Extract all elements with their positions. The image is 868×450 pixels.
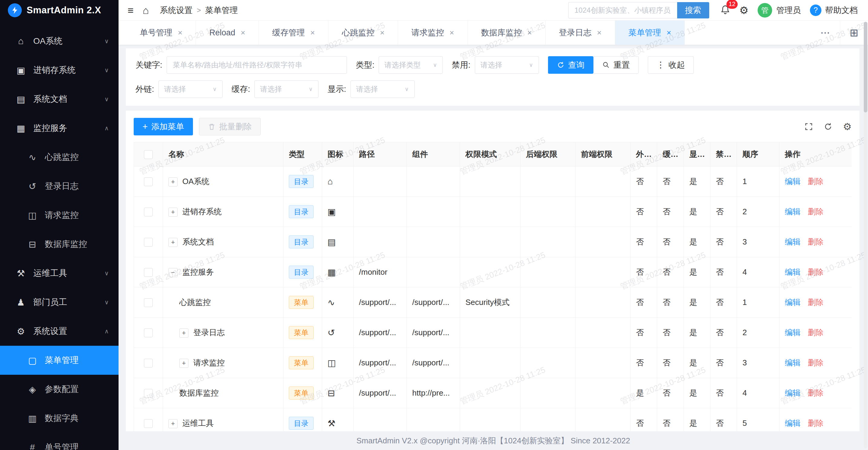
collapse-filters-button[interactable]: ⋮ 收起 bbox=[648, 56, 694, 74]
fullscreen-icon[interactable] bbox=[804, 122, 813, 131]
tab-reload[interactable]: Reload× bbox=[196, 21, 259, 45]
edit-link[interactable]: 编辑 bbox=[785, 237, 801, 246]
row-checkbox[interactable] bbox=[144, 389, 153, 398]
close-icon[interactable]: × bbox=[310, 28, 315, 37]
edit-link[interactable]: 编辑 bbox=[785, 298, 801, 307]
delete-link[interactable]: 删除 bbox=[808, 298, 824, 307]
tab-serial-number[interactable]: 单号管理× bbox=[126, 21, 196, 45]
tab-cache-manage[interactable]: 缓存管理× bbox=[259, 21, 329, 45]
sidebar-item-system-docs[interactable]: ▤系统文档∨ bbox=[0, 85, 119, 114]
delete-link[interactable]: 删除 bbox=[808, 358, 824, 367]
add-menu-button[interactable]: + 添加菜单 bbox=[134, 118, 193, 135]
delete-link[interactable]: 删除 bbox=[808, 237, 824, 246]
expand-row-icon[interactable]: + bbox=[168, 419, 178, 428]
home-icon[interactable]: ⌂ bbox=[143, 5, 149, 15]
keyword-input[interactable] bbox=[167, 56, 347, 74]
column-settings-icon[interactable]: ⚙ bbox=[843, 122, 852, 131]
cache-select[interactable]: 请选择 ∨ bbox=[254, 81, 318, 98]
expand-row-icon[interactable]: + bbox=[168, 207, 178, 217]
expand-row-icon[interactable]: + bbox=[179, 359, 188, 368]
edit-link[interactable]: 编辑 bbox=[785, 358, 801, 367]
reset-button[interactable]: 重置 bbox=[593, 56, 639, 74]
edit-link[interactable]: 编辑 bbox=[785, 388, 801, 397]
collapse-row-icon[interactable]: − bbox=[168, 268, 178, 277]
help-link[interactable]: ? 帮助文档 bbox=[810, 4, 858, 16]
tab-login-log[interactable]: 登录日志× bbox=[546, 21, 615, 45]
delete-link[interactable]: 删除 bbox=[808, 419, 824, 428]
search-button[interactable]: 搜索 bbox=[677, 2, 709, 19]
expand-row-icon[interactable]: + bbox=[168, 178, 178, 187]
edit-link[interactable]: 编辑 bbox=[785, 419, 801, 428]
logo[interactable]: SmartAdmin 2.X bbox=[0, 0, 119, 21]
sidebar-item-monitor-service[interactable]: ▦监控服务∧ bbox=[0, 114, 119, 143]
expand-row-icon[interactable]: + bbox=[179, 328, 188, 338]
close-icon[interactable]: × bbox=[380, 28, 384, 37]
tab-menu-manage[interactable]: 菜单管理× bbox=[615, 21, 685, 45]
sidebar-item-department-staff[interactable]: ♟部门员工∨ bbox=[0, 288, 119, 317]
refresh-icon[interactable] bbox=[824, 122, 833, 131]
row-checkbox[interactable] bbox=[144, 328, 153, 337]
edit-link[interactable]: 编辑 bbox=[785, 267, 801, 277]
type-select[interactable]: 请选择类型 ∨ bbox=[379, 56, 443, 74]
search-input[interactable] bbox=[568, 2, 677, 19]
breadcrumb-parent[interactable]: 系统设置 bbox=[160, 5, 192, 16]
sidebar-item-param-config[interactable]: ◈参数配置 bbox=[0, 375, 119, 404]
delete-link[interactable]: 删除 bbox=[808, 207, 824, 216]
row-checkbox[interactable] bbox=[144, 238, 153, 247]
row-checkbox[interactable] bbox=[144, 359, 153, 367]
sidebar-item-serial-number[interactable]: #单号管理 bbox=[0, 433, 119, 450]
show-select[interactable]: 请选择 ∨ bbox=[350, 81, 415, 98]
delete-link[interactable]: 删除 bbox=[808, 177, 824, 186]
close-icon[interactable]: × bbox=[241, 28, 245, 37]
tab-heartbeat-monitor[interactable]: 心跳监控× bbox=[329, 21, 398, 45]
sidebar-item-data-dict[interactable]: ▥数据字典 bbox=[0, 404, 119, 433]
delete-link[interactable]: 删除 bbox=[808, 388, 824, 397]
sidebar-item-label: OA系统 bbox=[33, 35, 104, 47]
batch-delete-button[interactable]: 批量删除 bbox=[199, 118, 261, 135]
edit-link[interactable]: 编辑 bbox=[785, 177, 801, 186]
cell-cache: 否 bbox=[657, 166, 684, 197]
delete-link[interactable]: 删除 bbox=[808, 328, 824, 337]
sidebar-item-request-monitor[interactable]: ◫请求监控 bbox=[0, 201, 119, 230]
tabs-more-icon[interactable]: ⋯ bbox=[811, 21, 840, 45]
close-icon[interactable]: × bbox=[178, 28, 182, 37]
row-checkbox[interactable] bbox=[144, 268, 153, 277]
edit-link[interactable]: 编辑 bbox=[785, 328, 801, 337]
row-select-cell bbox=[134, 227, 163, 257]
sidebar-item-database-monitor[interactable]: ⊟数据库监控 bbox=[0, 230, 119, 259]
expand-row-icon[interactable]: + bbox=[168, 238, 178, 247]
page-scrollbar[interactable] bbox=[864, 22, 867, 448]
query-button[interactable]: 查询 bbox=[548, 56, 593, 74]
row-checkbox[interactable] bbox=[144, 419, 153, 428]
sidebar-item-oa-system[interactable]: ⌂OA系统∨ bbox=[0, 27, 119, 56]
cell-disabled: 否 bbox=[710, 197, 737, 227]
body-row: ⌂OA系统∨▣进销存系统∨▤系统文档∨▦监控服务∧∿心跳监控↺登录日志◫请求监控… bbox=[0, 21, 868, 450]
row-select-cell bbox=[134, 287, 163, 318]
delete-link[interactable]: 删除 bbox=[808, 267, 824, 277]
row-checkbox[interactable] bbox=[144, 178, 153, 186]
tab-database-monitor[interactable]: 数据库监控× bbox=[468, 21, 546, 45]
cell-type: 目录 bbox=[283, 257, 322, 287]
disabled-select[interactable]: 请选择 ∨ bbox=[475, 56, 539, 74]
tab-request-monitor[interactable]: 请求监控× bbox=[398, 21, 468, 45]
sidebar-item-ops-tools[interactable]: ⚒运维工具∨ bbox=[0, 259, 119, 288]
sidebar-item-inventory-system[interactable]: ▣进销存系统∨ bbox=[0, 56, 119, 85]
sidebar-item-system-settings[interactable]: ⚙系统设置∧ bbox=[0, 317, 119, 346]
select-all-checkbox[interactable] bbox=[144, 150, 153, 159]
edit-link[interactable]: 编辑 bbox=[785, 207, 801, 216]
close-icon[interactable]: × bbox=[666, 28, 671, 37]
sidebar-item-heartbeat-monitor[interactable]: ∿心跳监控 bbox=[0, 143, 119, 172]
row-checkbox[interactable] bbox=[144, 298, 153, 307]
sidebar-item-menu-manage[interactable]: ▢菜单管理 bbox=[0, 346, 119, 375]
close-icon[interactable]: × bbox=[597, 28, 601, 37]
user-menu[interactable]: 管 管理员 bbox=[757, 3, 801, 18]
close-icon[interactable]: × bbox=[527, 28, 532, 37]
gear-icon[interactable]: ⚙ bbox=[740, 5, 748, 15]
external-select[interactable]: 请选择 ∨ bbox=[158, 81, 223, 98]
row-checkbox[interactable] bbox=[144, 207, 153, 216]
collapse-menu-icon[interactable]: ≡ bbox=[128, 5, 134, 15]
sidebar-item-login-log[interactable]: ↺登录日志 bbox=[0, 172, 119, 201]
scrollbar-thumb[interactable] bbox=[864, 22, 867, 112]
close-icon[interactable]: × bbox=[450, 28, 454, 37]
notification-bell[interactable]: 12 bbox=[720, 4, 731, 16]
